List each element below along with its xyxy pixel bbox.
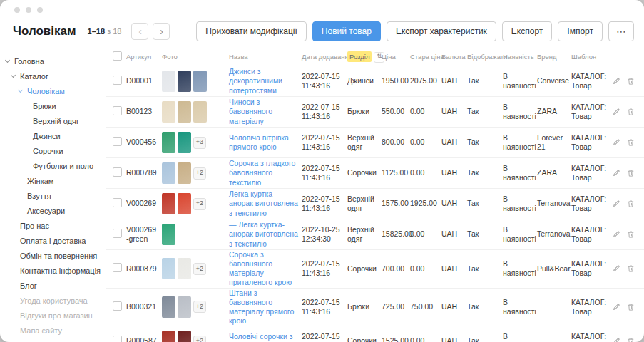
product-photo[interactable] (193, 101, 207, 123)
sidebar-item-про-нас[interactable]: Про нас (0, 218, 106, 233)
sidebar-item-взуття[interactable]: Взуття (0, 188, 106, 203)
sidebar-item-контактна-інформація[interactable]: Контактна інформація (0, 263, 106, 278)
more-photos-badge[interactable]: +2 (193, 167, 206, 180)
column-header[interactable]: Назва (229, 53, 302, 61)
row-checkbox[interactable] (113, 336, 122, 342)
edit-icon[interactable] (613, 303, 620, 311)
sidebar-item-чоловікам[interactable]: Чоловікам (0, 83, 106, 98)
row-checkbox[interactable] (113, 229, 122, 238)
row-checkbox[interactable] (113, 137, 122, 146)
product-photo[interactable] (178, 101, 191, 123)
window-dot-icon[interactable] (26, 7, 31, 13)
more-photos-badge[interactable]: +2 (193, 198, 206, 210)
sidebar-item-брюки[interactable]: Брюки (0, 98, 106, 113)
product-name-link[interactable]: Чиноси з бавовняного матеріалу (229, 98, 302, 125)
new-product-button[interactable]: Новий товар (312, 21, 381, 41)
edit-icon[interactable] (613, 138, 620, 147)
delete-icon[interactable] (627, 138, 635, 147)
delete-icon[interactable] (627, 169, 635, 177)
row-checkbox[interactable] (113, 263, 122, 272)
edit-icon[interactable] (613, 169, 620, 177)
product-name-link[interactable]: — Легка куртка-анорак виготовлена з текс… (229, 220, 302, 248)
delete-icon[interactable] (627, 303, 635, 311)
product-photo[interactable] (162, 331, 175, 342)
edit-icon[interactable] (613, 200, 620, 208)
next-page-button[interactable]: › (153, 23, 170, 40)
prev-page-button[interactable]: ‹ (131, 23, 148, 40)
more-photos-badge[interactable]: +2 (193, 336, 206, 342)
product-photo[interactable] (162, 132, 175, 153)
product-photo[interactable] (162, 162, 175, 184)
import-button[interactable]: Імпорт (558, 21, 603, 41)
delete-icon[interactable] (627, 108, 635, 116)
sidebar-item-відгуки-про-магазин[interactable]: Відгуки про магазин (0, 308, 106, 323)
sidebar-item-мапа-сайту[interactable]: Мапа сайту (0, 323, 106, 338)
product-photo[interactable] (178, 132, 191, 153)
product-name-link[interactable]: Сорочка з бавовняного матеріалу притален… (229, 250, 302, 288)
product-name-link[interactable]: Легка куртка-анорак виготовлена з тексти… (229, 190, 302, 217)
sidebar-item-головна[interactable]: Головна (0, 53, 106, 68)
sidebar-item-обмін-та-повернення[interactable]: Обмін та повернення (0, 248, 106, 263)
product-photo[interactable] (178, 258, 191, 279)
row-checkbox[interactable] (113, 106, 122, 115)
sidebar-item-верхній-одяг[interactable]: Верхній одяг (0, 113, 106, 128)
product-name-link[interactable]: Чоловіча вітрівка прямого крою (229, 133, 302, 152)
product-name-link[interactable]: Чоловічі сорочки з легкого текстилю (229, 332, 302, 342)
column-header[interactable]: Відображати (467, 53, 503, 61)
product-photo[interactable] (162, 296, 175, 318)
sidebar-item-блог[interactable]: Блог (0, 278, 106, 293)
column-header[interactable]: Стара ціна (410, 53, 441, 61)
edit-icon[interactable] (613, 264, 620, 273)
more-photos-badge[interactable]: +2 (193, 263, 206, 275)
delete-icon[interactable] (627, 264, 635, 273)
edit-icon[interactable] (613, 108, 620, 116)
product-photo[interactable] (162, 193, 175, 214)
export-button[interactable]: Експорт (502, 21, 552, 41)
product-photo[interactable] (162, 258, 175, 279)
more-actions-button[interactable]: ⋯ (608, 21, 634, 41)
more-photos-badge[interactable]: +3 (193, 137, 206, 149)
product-photo[interactable] (178, 193, 191, 214)
product-photo[interactable] (193, 71, 207, 92)
column-header[interactable]: Валюта (441, 53, 467, 61)
row-checkbox[interactable] (113, 167, 122, 177)
hide-modifications-button[interactable]: Приховати модифікації (196, 21, 307, 41)
more-photos-badge[interactable]: +2 (193, 301, 206, 313)
column-header[interactable]: Фото (162, 53, 229, 61)
sidebar-item-сорочки[interactable]: Сорочки (0, 143, 106, 158)
product-photo[interactable] (162, 224, 175, 245)
product-photo[interactable] (178, 331, 191, 342)
delete-icon[interactable] (627, 337, 635, 342)
sidebar-item-оплата-і-доставка[interactable]: Оплата і доставка (0, 233, 106, 248)
export-characteristics-button[interactable]: Експорт характеристик (387, 21, 496, 41)
select-all-checkbox[interactable] (113, 51, 122, 61)
product-photo[interactable] (178, 162, 191, 184)
row-checkbox[interactable] (113, 76, 122, 85)
product-photo[interactable] (178, 296, 191, 318)
edit-icon[interactable] (613, 77, 620, 86)
sidebar-item-жінкам[interactable]: Жінкам (0, 173, 106, 188)
column-header[interactable]: Ціна (382, 53, 410, 61)
column-header[interactable]: Наявність (503, 53, 537, 61)
sidebar-item-каталог[interactable]: Каталог (0, 68, 106, 83)
row-checkbox[interactable] (113, 198, 122, 207)
column-header[interactable]: Дата додавання (302, 53, 347, 61)
column-header-sorted[interactable]: Розділ⇅ (347, 52, 382, 63)
product-photo[interactable] (162, 71, 175, 92)
window-dot-icon[interactable] (37, 7, 43, 13)
product-name-link[interactable]: Джинси з декоративними потертостями (229, 67, 302, 95)
column-header[interactable]: Бренд (537, 53, 571, 61)
delete-icon[interactable] (627, 200, 635, 208)
column-header[interactable]: Шаблон (571, 53, 613, 61)
sidebar-item-футболки-и-поло[interactable]: Футболки и поло (0, 158, 106, 173)
delete-icon[interactable] (627, 77, 635, 86)
window-dot-icon[interactable] (14, 7, 20, 13)
sidebar-item-аксесуари[interactable]: Аксесуари (0, 203, 106, 218)
product-name-link[interactable]: Штани з бавовняного матеріалу прямого кр… (229, 289, 302, 326)
row-checkbox[interactable] (113, 301, 122, 311)
delete-icon[interactable] (627, 230, 635, 239)
product-photo[interactable] (162, 101, 175, 123)
sidebar-item-угода-користувача[interactable]: Угода користувача (0, 293, 106, 308)
sidebar-item-джинси[interactable]: Джинси (0, 128, 106, 143)
column-header[interactable]: Артикул (126, 53, 162, 61)
